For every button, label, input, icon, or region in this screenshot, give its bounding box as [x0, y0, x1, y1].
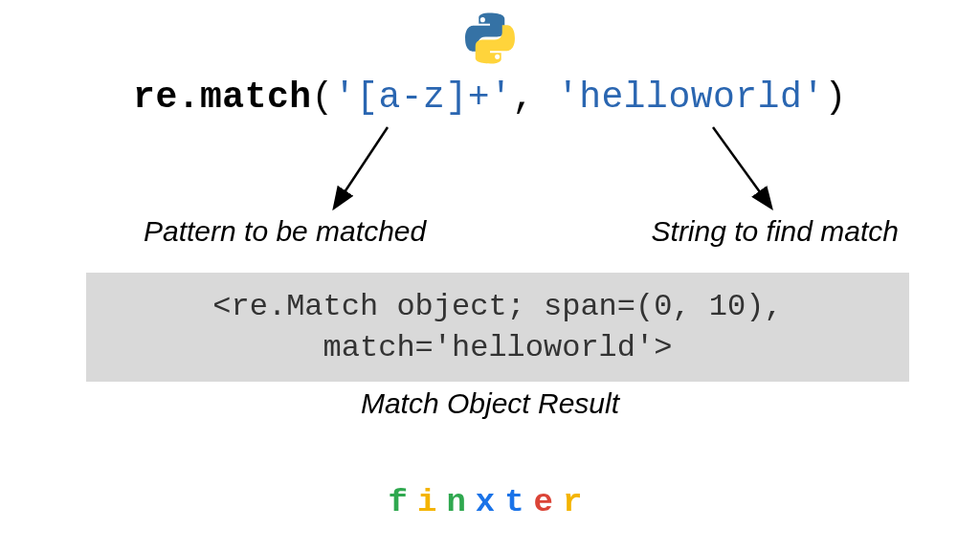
annotation-arrows [0, 122, 980, 218]
code-close-paren: ) [825, 77, 847, 118]
result-caption: Match Object Result [0, 387, 980, 420]
code-arg-string: 'helloworld' [557, 77, 825, 118]
code-arg-pattern: '[a-z]+' [334, 77, 512, 118]
code-function: re.match [133, 77, 311, 118]
label-pattern: Pattern to be matched [144, 215, 426, 248]
brand-letter: r [563, 484, 591, 520]
output-line-2: match='helloworld'> [94, 327, 902, 368]
output-line-1: <re.Match object; span=(0, 10), [94, 286, 902, 327]
brand-letter: i [417, 484, 446, 520]
arrow-to-string [713, 127, 770, 207]
code-expression: re.match('[a-z]+', 'helloworld') [0, 77, 980, 118]
arrow-to-pattern [335, 127, 388, 207]
code-comma: , [512, 77, 557, 118]
brand-letter: e [534, 484, 563, 520]
finxter-brand: finxter [0, 484, 980, 520]
label-string: String to find match [652, 215, 899, 248]
code-open-paren: ( [312, 77, 334, 118]
python-logo-icon [463, 11, 517, 69]
match-output-box: <re.Match object; span=(0, 10), match='h… [86, 273, 909, 382]
brand-letter: n [446, 484, 475, 520]
brand-letter: x [476, 484, 504, 520]
diagram-stage: re.match('[a-z]+', 'helloworld') Pattern… [0, 0, 980, 551]
brand-letter: t [504, 484, 533, 520]
brand-letter: f [389, 484, 417, 520]
